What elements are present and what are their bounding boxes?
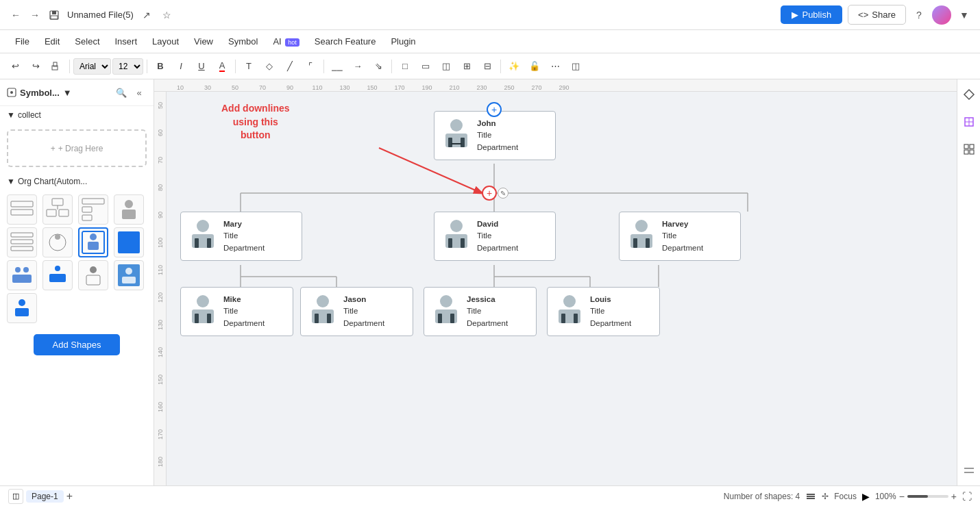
font-color-button[interactable]: A bbox=[212, 57, 232, 76]
sidebar-collapse-button[interactable]: « bbox=[132, 85, 147, 100]
redo-button[interactable]: ↪ bbox=[26, 57, 45, 76]
add-shapes-button[interactable]: Add Shapes bbox=[34, 334, 121, 355]
sidebar-search-button[interactable]: 🔍 bbox=[114, 85, 129, 100]
ruler-mark-h: 270 bbox=[523, 84, 550, 91]
share-label: Share bbox=[872, 10, 896, 20]
menu-view[interactable]: View bbox=[187, 34, 220, 49]
shape-item-single[interactable] bbox=[78, 260, 108, 290]
org-node-john[interactable]: John Title Department bbox=[434, 111, 556, 160]
org-node-louis[interactable]: Louis Title Department bbox=[547, 287, 660, 336]
org-node-mary[interactable]: Mary Title Department bbox=[180, 212, 302, 261]
svg-rect-1 bbox=[52, 11, 56, 14]
add-node-button-red[interactable]: + bbox=[482, 186, 497, 201]
menu-layout[interactable]: Layout bbox=[145, 34, 186, 49]
org-node-mike[interactable]: Mike Title Department bbox=[180, 287, 293, 336]
main-canvas[interactable]: Add downlines using this button bbox=[167, 92, 957, 485]
add-node-top-button[interactable]: + bbox=[487, 102, 502, 117]
magic-button[interactable]: ✨ bbox=[504, 57, 524, 76]
publish-button[interactable]: ▶ Publish bbox=[781, 5, 842, 24]
font-select[interactable]: Arial bbox=[73, 58, 111, 75]
line-style-3[interactable]: ⇘ bbox=[369, 57, 388, 76]
shape-item-person[interactable] bbox=[114, 194, 144, 225]
expand-button[interactable]: ✢ bbox=[822, 492, 829, 501]
menu-symbol[interactable]: Symbol bbox=[221, 34, 265, 49]
menu-file[interactable]: File bbox=[8, 34, 36, 49]
shape-item-flow[interactable] bbox=[78, 194, 108, 225]
zoom-plus-button[interactable]: + bbox=[951, 491, 957, 502]
shape-item-person2-active[interactable] bbox=[78, 227, 108, 257]
back-icon[interactable]: ← bbox=[8, 8, 23, 23]
menu-select[interactable]: Select bbox=[68, 34, 106, 49]
help-icon[interactable]: ? bbox=[911, 8, 927, 23]
page-tab-1[interactable]: Page-1 bbox=[26, 490, 64, 503]
underline-button[interactable]: U bbox=[192, 57, 211, 76]
menu-search-feature[interactable]: Search Feature bbox=[308, 34, 383, 49]
svg-point-80 bbox=[440, 295, 452, 307]
status-left: ◫ Page-1 + bbox=[8, 489, 73, 504]
format-painter-button[interactable] bbox=[47, 57, 66, 76]
shape-rect2-button[interactable]: ▭ bbox=[416, 57, 435, 76]
shape-item-team[interactable] bbox=[7, 260, 37, 290]
org-node-david[interactable]: David Title Department bbox=[434, 212, 556, 261]
sidebar-section-org[interactable]: ▼ Org Chart(Autom... bbox=[0, 173, 154, 190]
shape-item-list2[interactable] bbox=[7, 227, 37, 257]
dropdown-icon[interactable]: ▼ bbox=[957, 8, 972, 23]
page-layout-icon[interactable]: ◫ bbox=[8, 489, 23, 504]
bold-button[interactable]: B bbox=[151, 57, 170, 76]
add-page-button[interactable]: + bbox=[66, 490, 73, 503]
zoom-minus-button[interactable]: − bbox=[899, 491, 905, 502]
shape-item-list[interactable] bbox=[7, 194, 37, 225]
line-style-2[interactable]: → bbox=[348, 57, 367, 76]
view-button[interactable]: ◫ bbox=[566, 57, 585, 76]
org-node-jessica[interactable]: Jessica Title Department bbox=[424, 287, 537, 336]
right-panel-grid-button[interactable] bbox=[959, 140, 979, 159]
shape-item-team2[interactable] bbox=[42, 260, 73, 290]
org-node-jason[interactable]: Jason Title Department bbox=[300, 287, 413, 336]
lock-button[interactable]: 🔓 bbox=[525, 57, 544, 76]
undo-button[interactable]: ↩ bbox=[5, 57, 25, 76]
shape-grid-button[interactable]: ⊞ bbox=[457, 57, 476, 76]
shape-item-circle[interactable] bbox=[42, 227, 73, 257]
shape-clear-button[interactable]: ◇ bbox=[260, 57, 279, 76]
right-panel-layout-button[interactable] bbox=[959, 461, 979, 480]
shape-item-org[interactable] bbox=[42, 194, 73, 225]
right-panel-magicwand-button[interactable] bbox=[959, 112, 979, 131]
forward-icon[interactable]: → bbox=[27, 8, 42, 23]
menu-insert[interactable]: Insert bbox=[108, 34, 145, 49]
fullscreen-button[interactable]: ⛶ bbox=[962, 491, 972, 502]
sidebar-section-collect[interactable]: ▼ collect bbox=[0, 106, 154, 124]
italic-button[interactable]: I bbox=[171, 57, 191, 76]
org-node-harvey[interactable]: Harvey Title Department bbox=[619, 212, 741, 261]
more-button[interactable]: ⋯ bbox=[546, 57, 565, 76]
font-size-select[interactable]: 12 bbox=[112, 58, 143, 75]
layers-button[interactable] bbox=[805, 491, 816, 502]
zoom-slider[interactable] bbox=[907, 495, 948, 498]
svg-point-68 bbox=[635, 220, 648, 232]
right-panel-style-button[interactable] bbox=[959, 85, 979, 104]
top-bar-right: ▶ Publish <> Share ? ▼ bbox=[781, 5, 972, 25]
menu-ai[interactable]: AI hot bbox=[266, 34, 306, 49]
avatar[interactable] bbox=[932, 5, 951, 25]
share-button[interactable]: <> Share bbox=[848, 5, 906, 25]
svg-rect-19 bbox=[11, 240, 33, 244]
jason-avatar bbox=[308, 293, 338, 330]
svg-point-30 bbox=[55, 266, 60, 271]
play-button[interactable]: ▶ bbox=[862, 491, 870, 502]
text-button[interactable]: T bbox=[239, 57, 258, 76]
star-icon[interactable]: ☆ bbox=[160, 8, 175, 23]
shape-complex-button[interactable]: ◫ bbox=[437, 57, 456, 76]
shape-item-blue2[interactable] bbox=[114, 260, 144, 290]
external-link-icon[interactable]: ↗ bbox=[139, 8, 154, 23]
connector-button[interactable]: ⌜ bbox=[301, 57, 320, 76]
save-icon[interactable] bbox=[47, 8, 62, 23]
edit-node-btn[interactable]: ✎ bbox=[498, 188, 509, 199]
line-button[interactable]: ╱ bbox=[280, 57, 299, 76]
menu-plugin[interactable]: Plugin bbox=[384, 34, 422, 49]
menu-edit[interactable]: Edit bbox=[38, 34, 66, 49]
drag-here-area[interactable]: + + Drag Here bbox=[7, 129, 147, 167]
shape-item-blue1[interactable] bbox=[114, 227, 144, 257]
shape-item-single2[interactable] bbox=[7, 293, 37, 323]
shape-table-button[interactable]: ⊟ bbox=[478, 57, 497, 76]
shape-rect-button[interactable]: □ bbox=[395, 57, 415, 76]
line-style-1[interactable]: ⎯⎯ bbox=[328, 57, 347, 76]
